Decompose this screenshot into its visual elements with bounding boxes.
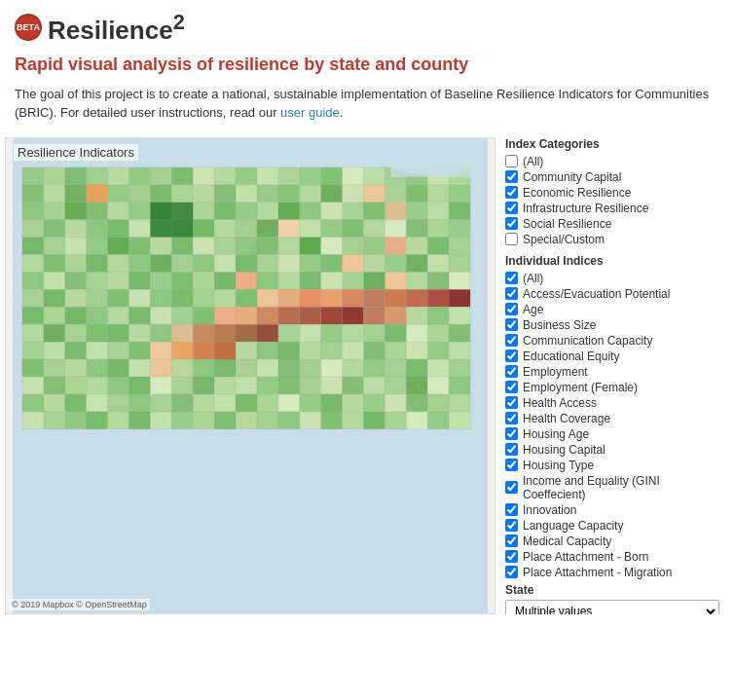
svg-rect-11 <box>236 167 257 185</box>
checkbox-business-size[interactable] <box>505 318 518 331</box>
checkbox-economic-resilience[interactable] <box>505 186 518 199</box>
svg-rect-195 <box>129 324 151 342</box>
checkbox-item-community-capital[interactable]: Community Capital <box>505 170 719 184</box>
checkbox-item-innovation[interactable]: Innovation <box>505 503 719 517</box>
checkbox-language-capacity[interactable] <box>505 519 518 532</box>
checkbox-item-all-indices[interactable]: (All) <box>505 272 719 285</box>
checkbox-item-employment-female[interactable]: Employment (Female) <box>505 381 719 394</box>
svg-rect-57 <box>321 202 343 219</box>
checkbox-item-health-coverage[interactable]: Health Coverage <box>505 412 719 425</box>
svg-rect-26 <box>108 184 129 202</box>
checkbox-housing-capital[interactable] <box>505 443 518 456</box>
svg-rect-77 <box>300 219 321 237</box>
checkbox-item-access-evacuation[interactable]: Access/Evacuation Potential <box>505 287 719 301</box>
svg-rect-168 <box>449 289 470 307</box>
checkbox-place-attachment-born[interactable] <box>505 550 518 563</box>
checkbox-communication-capacity[interactable] <box>505 334 518 347</box>
svg-rect-173 <box>108 307 129 324</box>
checkbox-item-special-custom[interactable]: Special/Custom <box>505 233 719 246</box>
checkbox-housing-type[interactable] <box>505 459 518 471</box>
checkbox-all-indices[interactable] <box>505 272 518 284</box>
checkbox-item-economic-resilience[interactable]: Economic Resilience <box>505 186 719 200</box>
svg-rect-66 <box>65 219 87 237</box>
svg-rect-53 <box>236 202 257 219</box>
svg-rect-314 <box>427 412 449 429</box>
checkbox-employment-female[interactable] <box>505 381 518 393</box>
checkbox-social-resilience[interactable] <box>505 217 518 230</box>
state-dropdown-wrapper: State (All)Multiple values <box>505 583 719 614</box>
checkbox-employment[interactable] <box>505 365 518 378</box>
svg-rect-2 <box>44 167 65 185</box>
svg-rect-82 <box>406 219 427 237</box>
svg-rect-146 <box>427 272 449 289</box>
checkbox-item-age[interactable]: Age <box>505 303 719 316</box>
svg-rect-245 <box>300 359 321 377</box>
checkbox-item-housing-type[interactable]: Housing Type <box>505 459 719 472</box>
checkbox-item-business-size[interactable]: Business Size <box>505 318 719 332</box>
svg-rect-215 <box>108 342 129 359</box>
checkbox-infrastructure-resilience[interactable] <box>505 202 518 214</box>
svg-rect-192 <box>65 324 87 342</box>
checkbox-item-medical-capacity[interactable]: Medical Capacity <box>505 534 719 548</box>
checkbox-item-communication-capacity[interactable]: Communication Capacity <box>505 334 719 348</box>
user-guide-link[interactable]: user guide <box>280 105 340 120</box>
svg-rect-191 <box>44 324 65 342</box>
checkbox-item-social-resilience[interactable]: Social Resilience <box>505 217 719 231</box>
svg-rect-175 <box>150 307 171 324</box>
checkbox-item-all-categories[interactable]: (All) <box>505 155 719 168</box>
checkbox-medical-capacity[interactable] <box>505 534 518 547</box>
svg-rect-121 <box>343 254 364 272</box>
checkbox-item-health-access[interactable]: Health Access <box>505 396 719 410</box>
svg-rect-149 <box>44 289 65 307</box>
checkbox-place-attachment-migration[interactable] <box>505 566 518 578</box>
checkbox-income-equality[interactable] <box>505 481 518 494</box>
svg-rect-108 <box>65 254 87 272</box>
svg-rect-277 <box>87 394 108 412</box>
checkbox-all-categories[interactable] <box>505 155 518 167</box>
checkbox-item-place-attachment-born[interactable]: Place Attachment - Born <box>505 550 719 564</box>
svg-rect-301 <box>150 412 171 429</box>
svg-rect-100 <box>343 237 364 254</box>
svg-rect-274 <box>22 394 44 412</box>
checkbox-item-place-attachment-migration[interactable]: Place Attachment - Migration <box>505 566 719 579</box>
checkbox-health-coverage[interactable] <box>505 412 518 424</box>
svg-rect-80 <box>364 219 385 237</box>
svg-rect-206 <box>364 324 385 342</box>
checkbox-access-evacuation[interactable] <box>505 287 518 300</box>
svg-rect-248 <box>364 359 385 377</box>
svg-rect-312 <box>385 412 406 429</box>
checkbox-item-housing-capital[interactable]: Housing Capital <box>505 443 719 457</box>
checkbox-item-employment[interactable]: Employment <box>505 365 719 379</box>
svg-rect-247 <box>343 359 364 377</box>
checkbox-educational-equity[interactable] <box>505 350 518 362</box>
svg-rect-292 <box>406 394 427 412</box>
checkbox-housing-age[interactable] <box>505 427 518 440</box>
svg-rect-222 <box>257 342 278 359</box>
svg-rect-102 <box>385 237 406 254</box>
checkbox-item-income-equality[interactable]: Income and Equality (GINI Coeffecient) <box>505 474 719 501</box>
svg-rect-254 <box>44 377 65 394</box>
svg-rect-12 <box>257 167 278 185</box>
state-select[interactable]: (All)Multiple values <box>505 600 719 614</box>
svg-rect-291 <box>385 394 406 412</box>
svg-rect-30 <box>193 184 214 202</box>
checkbox-item-educational-equity[interactable]: Educational Equity <box>505 350 719 363</box>
checkbox-item-language-capacity[interactable]: Language Capacity <box>505 519 719 533</box>
checkbox-item-infrastructure-resilience[interactable]: Infrastructure Resilience <box>505 202 719 215</box>
map-container[interactable]: Resilience Indicators <box>5 137 495 614</box>
svg-rect-79 <box>343 219 364 237</box>
checkbox-innovation[interactable] <box>505 503 518 516</box>
svg-rect-290 <box>364 394 385 412</box>
svg-rect-271 <box>406 377 427 394</box>
checkbox-item-housing-age[interactable]: Housing Age <box>505 427 719 441</box>
checkbox-community-capital[interactable] <box>505 170 518 183</box>
svg-rect-141 <box>321 272 343 289</box>
svg-rect-190 <box>22 324 44 342</box>
checkbox-age[interactable] <box>505 303 518 315</box>
svg-rect-233 <box>44 359 65 377</box>
svg-rect-276 <box>65 394 87 412</box>
checkbox-special-custom[interactable] <box>505 233 518 245</box>
svg-rect-45 <box>65 202 87 219</box>
svg-rect-60 <box>385 202 406 219</box>
checkbox-health-access[interactable] <box>505 396 518 409</box>
